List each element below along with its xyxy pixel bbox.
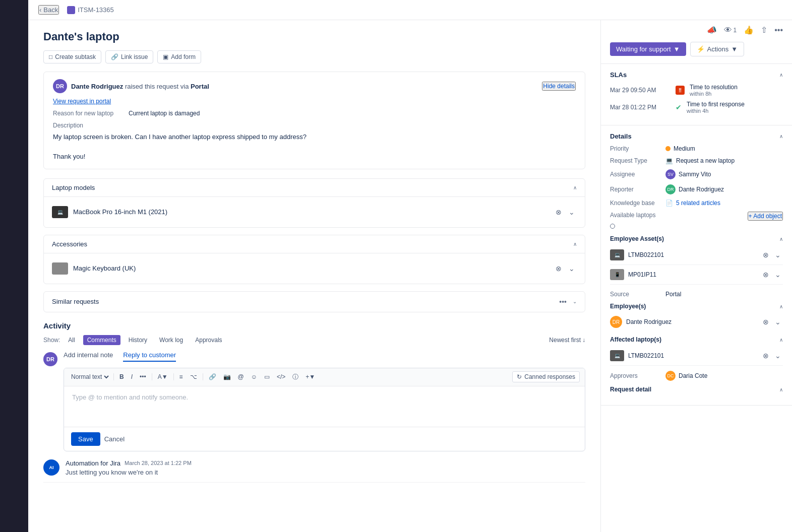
cancel-button[interactable]: Cancel — [104, 435, 125, 443]
automation-author: Automation for Jira — [66, 459, 120, 467]
editor-toolbar: Normal text B I ••• A▼ ≡ — [64, 368, 585, 386]
request-type-label: Request Type — [610, 157, 665, 164]
add-object-button[interactable]: + Add object — [748, 212, 783, 221]
filter-history-button[interactable]: History — [125, 335, 151, 345]
employees-chevron[interactable]: ∧ — [779, 304, 783, 309]
reporter-label: Reporter — [610, 186, 665, 193]
approvers-label: Approvers — [610, 372, 665, 379]
megaphone-icon-button[interactable]: 📣 — [707, 25, 717, 35]
back-button[interactable]: ‹ Back — [38, 5, 59, 15]
image-button[interactable]: 📷 — [221, 372, 233, 382]
automation-avatar: AI — [43, 459, 59, 476]
internal-note-tab[interactable]: Add internal note — [64, 351, 113, 362]
detail-status-header: Waiting for support ▼ ⚡ Actions ▼ — [601, 35, 792, 64]
ticket-title: Dante's laptop — [43, 30, 585, 43]
canned-responses-button[interactable]: ↻ Canned responses — [512, 371, 580, 382]
italic-button[interactable]: I — [129, 372, 135, 382]
accessories-header[interactable]: Accessories ∧ — [44, 235, 585, 253]
reply-customer-tab[interactable]: Reply to customer — [123, 351, 176, 362]
laptop-item-name: MacBook Pro 16-inch M1 (2021) — [73, 208, 549, 216]
ticket-id-badge: ITSM-13365 — [67, 6, 114, 14]
sla-section-chevron[interactable]: ∧ — [779, 72, 783, 78]
sla-section-header: SLAs ∧ — [610, 71, 783, 79]
editor-body[interactable]: Type @ to mention and notify someone. — [64, 386, 585, 427]
activity-automation-item: AI Automation for Jira March 28, 2023 at… — [43, 459, 585, 483]
table-button[interactable]: ▭ — [262, 372, 272, 382]
employee-assets-chevron[interactable]: ∧ — [779, 236, 783, 242]
status-button[interactable]: Waiting for support ▼ — [610, 42, 686, 56]
filter-worklog-button[interactable]: Work log — [155, 335, 187, 345]
asset2-link-button[interactable]: ⊗ — [761, 270, 771, 280]
filter-approvals-button[interactable]: Approvals — [191, 335, 226, 345]
asset1-link-button[interactable]: ⊗ — [761, 250, 771, 260]
text-format-select[interactable]: Normal text — [69, 373, 110, 381]
text-color-button[interactable]: A▼ — [155, 372, 170, 382]
filter-all-button[interactable]: All — [64, 335, 79, 345]
sla1-status-icon: ‼ — [676, 86, 685, 95]
laptop-item-expand-icon[interactable]: ⌄ — [567, 207, 577, 217]
link-button[interactable]: 🔗 — [206, 372, 219, 382]
activity-show-bar: Show: All Comments History Work log Appr… — [43, 335, 585, 345]
available-laptops-field: Available laptops + Add object — [610, 212, 783, 221]
affected-asset-expand-button[interactable]: ⌄ — [773, 351, 783, 361]
asset2-name: MP01IP11 — [628, 271, 757, 278]
more-text-button[interactable]: ••• — [137, 372, 149, 382]
hide-details-button[interactable]: Hide details — [542, 82, 576, 91]
filter-comments-button[interactable]: Comments — [83, 335, 120, 345]
employee-link-button[interactable]: ⊗ — [761, 317, 771, 327]
numbered-list-button[interactable]: ⌥ — [188, 372, 200, 382]
reporter-avatar: DR — [665, 184, 676, 194]
requester-text: Dante Rodriguez raised this request via … — [71, 83, 538, 90]
laptop-models-title: Laptop models — [52, 184, 95, 191]
similar-requests-more-icon[interactable]: ••• — [557, 297, 569, 307]
employee-expand-button[interactable]: ⌄ — [773, 317, 783, 327]
save-button[interactable]: Save — [71, 432, 100, 446]
accessory-item-expand-icon[interactable]: ⌄ — [567, 263, 577, 274]
actions-chevron-icon: ▼ — [731, 45, 738, 53]
emoji-button[interactable]: ☺ — [249, 372, 260, 382]
share-icon-button[interactable]: ⇧ — [761, 25, 767, 35]
automation-date: March 28, 2023 at 1:22 PM — [125, 460, 192, 466]
automation-text: Just letting you know we're on it — [66, 469, 585, 476]
add-form-button[interactable]: ▣ Add form — [157, 50, 201, 63]
request-detail-chevron[interactable]: ∧ — [779, 387, 783, 392]
sla2-status-icon: ✔ — [676, 103, 682, 111]
info-button[interactable]: ⓘ — [290, 371, 301, 383]
affected-asset-row: 💻 LTMB022101 ⊗ ⌄ — [610, 346, 783, 366]
canned-icon: ↻ — [517, 373, 522, 380]
knowledge-base-field: Knowledge base 📄 5 related articles — [610, 200, 783, 207]
similar-requests-header[interactable]: Similar requests ••• ⌄ — [44, 292, 585, 312]
asset2-expand-button[interactable]: ⌄ — [773, 270, 783, 280]
sla-first-response-row: Mar 28 01:22 PM ✔ Time to first response… — [610, 101, 783, 114]
sla1-info: Time to resolution within 8h — [690, 84, 738, 97]
details-section-chevron[interactable]: ∧ — [779, 134, 783, 139]
asset1-expand-button[interactable]: ⌄ — [773, 250, 783, 260]
order-button[interactable]: Newest first ↓ — [549, 337, 585, 344]
reporter-field: Reporter DR Dante Rodriguez — [610, 184, 783, 194]
code-button[interactable]: </> — [274, 372, 288, 382]
similar-requests-section: Similar requests ••• ⌄ — [43, 291, 585, 312]
laptop-item-row: 💻 MacBook Pro 16-inch M1 (2021) ⊗ ⌄ — [52, 202, 577, 222]
form-icon: ▣ — [163, 53, 168, 60]
link-issue-button[interactable]: 🔗 Link issue — [105, 50, 153, 63]
affected-asset-link-button[interactable]: ⊗ — [761, 351, 771, 361]
bullet-list-button[interactable]: ≡ — [177, 372, 186, 382]
affected-laptops-chevron[interactable]: ∧ — [779, 337, 783, 343]
laptop-item-link-icon[interactable]: ⊗ — [554, 207, 564, 217]
actions-button[interactable]: ⚡ Actions ▼ — [690, 42, 745, 56]
content-area: Dante's laptop □ Create subtask 🔗 Link i… — [28, 20, 792, 532]
watch-icon-button[interactable]: 👁 — [724, 26, 732, 35]
accessory-item-link-icon[interactable]: ⊗ — [554, 263, 564, 274]
employee-assets-header: Employee Asset(s) ∧ — [610, 235, 783, 242]
bold-button[interactable]: B — [117, 372, 127, 382]
laptop-item-icon: 💻 — [52, 206, 68, 218]
more-icon-button[interactable]: ••• — [774, 26, 783, 35]
view-portal-link[interactable]: View request in portal — [53, 98, 111, 105]
laptop-models-header[interactable]: Laptop models ∧ — [44, 179, 585, 196]
thumbsup-icon-button[interactable]: 👍 — [744, 25, 754, 35]
more-button[interactable]: +▼ — [303, 372, 318, 382]
create-subtask-button[interactable]: □ Create subtask — [43, 50, 101, 63]
editor-footer: Save Cancel — [64, 427, 585, 451]
ticket-type-icon — [67, 6, 75, 14]
mention-button[interactable]: @ — [235, 372, 247, 382]
